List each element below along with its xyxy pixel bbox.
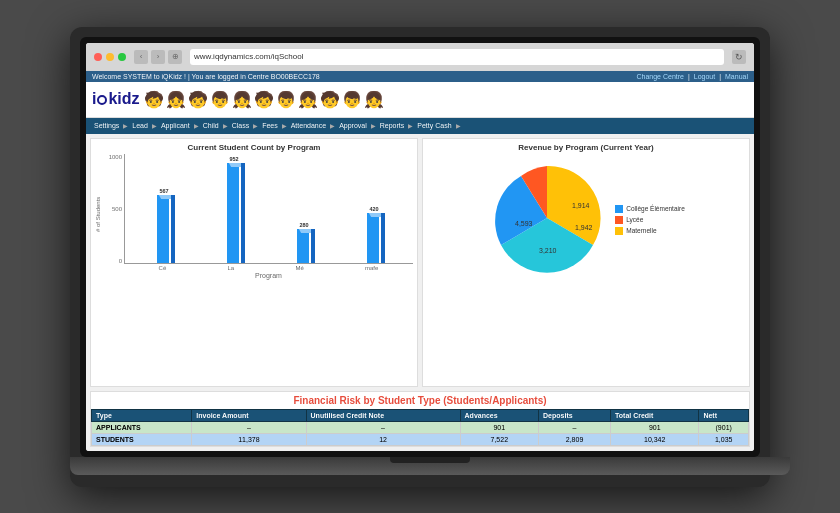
table-row-applicants: APPLICANTS – – 901 – 901 (901) xyxy=(92,421,749,433)
y-axis-title: # of Students xyxy=(95,154,101,274)
applicants-credit-note: – xyxy=(306,421,460,433)
legend-item-2: Lycée xyxy=(615,216,685,224)
legend-label-lycee: Lycée xyxy=(626,216,643,223)
app-content: Welcome SYSTEM to iQKidz ! | You are log… xyxy=(86,71,754,451)
students-nett: 1,035 xyxy=(699,433,749,445)
applicants-type: APPLICANTS xyxy=(92,421,192,433)
nav-fees[interactable]: Fees xyxy=(258,122,282,129)
nav-applicant[interactable]: Applicant xyxy=(157,122,194,129)
financial-section: Financial Risk by Student Type (Students… xyxy=(90,391,750,447)
traffic-light-yellow[interactable] xyxy=(106,53,114,61)
bar-2 xyxy=(227,163,241,263)
applicants-nett: (901) xyxy=(699,421,749,433)
bar-4 xyxy=(367,213,381,263)
pie-chart-title: Revenue by Program (Current Year) xyxy=(427,143,745,152)
bar-1 xyxy=(157,195,171,263)
forward-button[interactable]: › xyxy=(151,50,165,64)
students-deposits: 2,809 xyxy=(539,433,611,445)
students-type: STUDENTS xyxy=(92,433,192,445)
legend-color-maternelle xyxy=(615,227,623,235)
nav-child[interactable]: Child xyxy=(199,122,223,129)
browser-chrome: ‹ › ⊕ www.iqdynamics.com/iqSchool ↻ xyxy=(86,43,754,71)
nav-settings[interactable]: Settings xyxy=(90,122,123,129)
col-total-credit: Total Credit xyxy=(611,409,699,421)
back-button[interactable]: ‹ xyxy=(134,50,148,64)
svg-text:4,593: 4,593 xyxy=(515,220,533,227)
legend-label-college: Collège Élémentaire xyxy=(626,205,685,212)
col-credit-note: Unutilised Credit Note xyxy=(306,409,460,421)
address-bar[interactable]: www.iqdynamics.com/iqSchool xyxy=(190,49,724,65)
table-row-students: STUDENTS 11,378 12 7,522 2,809 10,342 1,… xyxy=(92,433,749,445)
svg-text:1,942: 1,942 xyxy=(575,224,593,231)
nav-class[interactable]: Class xyxy=(228,122,254,129)
col-invoice: Invoice Amount xyxy=(192,409,306,421)
bar-chart-title: Current Student Count by Program xyxy=(95,143,413,152)
students-total-credit: 10,342 xyxy=(611,433,699,445)
manual-link[interactable]: Manual xyxy=(725,73,748,80)
legend-item-1: Collège Élémentaire xyxy=(615,205,685,213)
kids-icons: 🧒 👧 🧒 👦 👧 🧒 👦 👧 🧒 👦 👧 xyxy=(144,90,384,109)
bar-3 xyxy=(297,229,311,263)
legend-color-college xyxy=(615,205,623,213)
bar-group-1: 567 xyxy=(157,188,171,263)
applicants-deposits: – xyxy=(539,421,611,433)
pie-svg: 1,914 1,942 4,593 3,210 xyxy=(487,158,607,282)
col-nett: Nett xyxy=(699,409,749,421)
financial-table: Type Invoice Amount Unutilised Credit No… xyxy=(91,409,749,446)
x-axis-title: Program xyxy=(124,272,413,279)
applicants-advances: 901 xyxy=(460,421,539,433)
x-axis-labels: Cé La Mé mafe xyxy=(124,264,413,272)
new-tab-button[interactable]: ⊕ xyxy=(168,50,182,64)
y-axis-labels: 1000 500 0 xyxy=(102,154,124,264)
nav-petty-cash[interactable]: Petty Cash xyxy=(413,122,455,129)
students-credit-note: 12 xyxy=(306,433,460,445)
students-invoice: 11,378 xyxy=(192,433,306,445)
logo-text: ikidz xyxy=(92,90,140,108)
pie-chart-container: 1,914 1,942 4,593 3,210 Col xyxy=(427,154,745,286)
system-bar: Welcome SYSTEM to iQKidz ! | You are log… xyxy=(86,71,754,82)
pie-legend: Collège Élémentaire Lycée Maternelle xyxy=(615,205,685,235)
applicants-invoice: – xyxy=(192,421,306,433)
nav-lead[interactable]: Lead xyxy=(128,122,152,129)
traffic-light-green[interactable] xyxy=(118,53,126,61)
col-advances: Advances xyxy=(460,409,539,421)
nav-attendance[interactable]: Attendance xyxy=(287,122,330,129)
change-centre-link[interactable]: Change Centre xyxy=(636,73,683,80)
charts-row: Current Student Count by Program # of St… xyxy=(90,138,750,387)
col-deposits: Deposits xyxy=(539,409,611,421)
legend-item-3: Maternelle xyxy=(615,227,685,235)
bar-group-4: 420 xyxy=(367,206,381,263)
applicants-total-credit: 901 xyxy=(611,421,699,433)
legend-label-maternelle: Maternelle xyxy=(626,227,656,234)
legend-color-lycee xyxy=(615,216,623,224)
logo-bar: ikidz 🧒 👧 🧒 👦 👧 🧒 👦 👧 🧒 👦 👧 xyxy=(86,82,754,118)
bar-group-2: 952 xyxy=(227,156,241,263)
bar-chart-panel: Current Student Count by Program # of St… xyxy=(90,138,418,387)
nav-approval[interactable]: Approval xyxy=(335,122,371,129)
svg-text:3,210: 3,210 xyxy=(539,247,557,254)
col-type: Type xyxy=(92,409,192,421)
financial-title: Financial Risk by Student Type (Students… xyxy=(91,392,749,409)
bar-group-3: 280 xyxy=(297,222,311,263)
nav-reports[interactable]: Reports xyxy=(376,122,409,129)
logout-link[interactable]: Logout xyxy=(694,73,715,80)
nav-bar: Settings ▶ Lead ▶ Applicant ▶ Child ▶ Cl… xyxy=(86,118,754,134)
traffic-light-red[interactable] xyxy=(94,53,102,61)
svg-text:1,914: 1,914 xyxy=(572,202,590,209)
system-bar-links: Change Centre | Logout | Manual xyxy=(636,73,748,80)
students-advances: 7,522 xyxy=(460,433,539,445)
main-content: Current Student Count by Program # of St… xyxy=(86,134,754,451)
pie-chart-panel: Revenue by Program (Current Year) xyxy=(422,138,750,387)
welcome-text: Welcome SYSTEM to iQKidz ! | You are log… xyxy=(92,73,320,80)
reload-button[interactable]: ↻ xyxy=(732,50,746,64)
bar-chart-bars: 567 xyxy=(124,154,413,264)
